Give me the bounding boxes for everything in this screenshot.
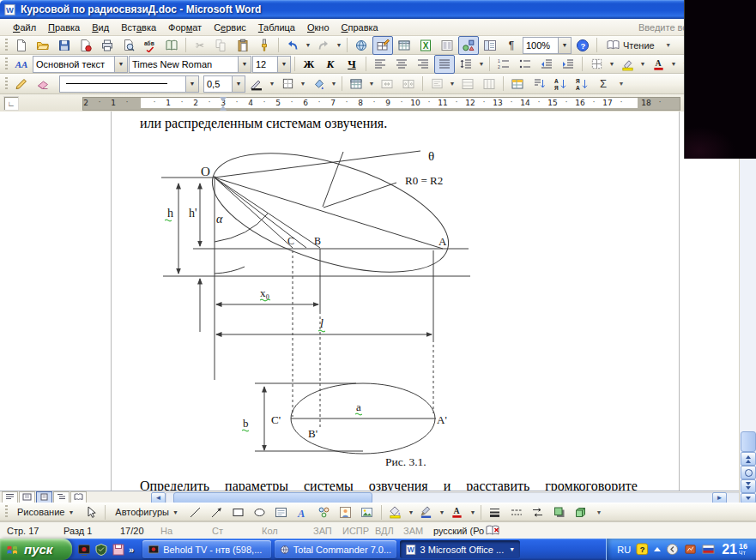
open-button[interactable] — [33, 36, 53, 55]
spelling-button[interactable]: абв — [140, 36, 160, 55]
line-spacing-button[interactable] — [456, 55, 476, 74]
ruler[interactable]: 2·1··1·2·3·4·5·6·7·8·9·10·11·12·13·14·15… — [82, 97, 680, 111]
cell-alignment-button[interactable] — [426, 75, 447, 93]
new-document-button[interactable] — [11, 36, 32, 55]
line-color-button[interactable] — [416, 503, 437, 521]
copy-button[interactable] — [211, 36, 232, 55]
insert-table-button[interactable] — [394, 36, 414, 55]
bold-button[interactable]: Ж — [299, 55, 319, 74]
borders-button[interactable] — [586, 55, 607, 74]
toolbar-options-button[interactable]: ▼ — [616, 75, 626, 93]
hide-tray-icons-chevron[interactable] — [654, 544, 661, 551]
reading-mode-button[interactable]: Чтение — [601, 37, 661, 53]
oval-tool-button[interactable] — [250, 503, 270, 521]
cut-button[interactable]: ✂ — [190, 36, 210, 55]
toolbar-options-button[interactable]: ▼ — [594, 503, 604, 521]
distribute-rows-button[interactable] — [457, 75, 478, 93]
status-overtype-mode[interactable]: ЗАМ — [403, 526, 423, 536]
tab-selector[interactable]: ∟ — [3, 96, 19, 111]
align-center-button[interactable] — [391, 55, 412, 74]
line-spacing-dropdown[interactable]: ▼ — [477, 56, 486, 73]
font-color-button[interactable]: А — [648, 55, 668, 74]
line-tool-button[interactable] — [185, 503, 206, 521]
menu-item-0[interactable]: Файл — [7, 20, 42, 35]
align-left-button[interactable] — [370, 55, 390, 74]
format-painter-button[interactable] — [254, 36, 275, 55]
size-dropdown-arrow[interactable]: ▼ — [277, 57, 290, 72]
document-map-button[interactable] — [480, 36, 500, 55]
drawing-toggle[interactable] — [458, 36, 479, 55]
menu-item-6[interactable]: Таблица — [252, 20, 301, 35]
sort-descending-button[interactable]: ЯА — [572, 75, 592, 93]
rectangle-tool-button[interactable] — [228, 503, 249, 521]
previous-page-button[interactable] — [741, 452, 756, 466]
style-dropdown-arrow[interactable]: ▼ — [114, 57, 127, 72]
justify-button[interactable] — [434, 55, 455, 74]
horizontal-scrollbar[interactable]: ◄ ► — [88, 491, 739, 503]
cell-alignment-dropdown[interactable]: ▼ — [448, 75, 457, 93]
quick-launch-shield-icon[interactable] — [94, 543, 108, 557]
web-layout-view-button[interactable] — [19, 491, 35, 503]
insert-picture-button[interactable] — [357, 503, 378, 521]
increase-indent-button[interactable] — [558, 55, 578, 74]
help-button[interactable]: ? — [572, 36, 593, 55]
menu-item-5[interactable]: Сервис — [208, 20, 252, 35]
toolbar-grip[interactable] — [5, 57, 8, 71]
styles-pane-button[interactable]: АА — [11, 55, 32, 74]
save-button[interactable] — [54, 36, 75, 55]
toolbar-grip[interactable] — [5, 505, 8, 519]
normal-view-button[interactable] — [2, 491, 18, 503]
highlight-dropdown[interactable]: ▼ — [638, 56, 647, 73]
decrease-indent-button[interactable] — [536, 55, 557, 74]
fill-color-button[interactable] — [385, 503, 406, 521]
eraser-button[interactable] — [33, 75, 53, 93]
quick-launch-media-icon[interactable] — [112, 543, 125, 557]
draw-table-button[interactable] — [11, 75, 32, 93]
tray-switcher-icon[interactable] — [666, 543, 679, 556]
insert-excel-button[interactable]: X — [415, 36, 436, 55]
paste-button[interactable] — [233, 36, 253, 55]
tray-flag-icon[interactable] — [702, 543, 715, 556]
font-dropdown-arrow[interactable]: ▼ — [238, 57, 251, 72]
line-style-button[interactable] — [485, 503, 505, 521]
menu-item-7[interactable]: Окно — [301, 20, 336, 35]
redo-button[interactable] — [313, 36, 334, 55]
drawing-font-color-button[interactable]: А — [447, 503, 468, 521]
text-direction-button[interactable] — [529, 75, 549, 93]
font-color-dropdown[interactable]: ▼ — [669, 56, 678, 73]
undo-dropdown[interactable]: ▼ — [304, 37, 312, 54]
merge-cells-button[interactable] — [377, 75, 397, 93]
toolbar-grip[interactable] — [5, 39, 8, 52]
border-color-button[interactable] — [246, 75, 267, 93]
border-color-dropdown[interactable]: ▼ — [268, 75, 276, 93]
align-right-button[interactable] — [413, 55, 433, 74]
print-button[interactable] — [97, 36, 118, 55]
font-combo[interactable]: Times New Roman▼ — [129, 56, 251, 73]
numbered-list-button[interactable]: 12 — [493, 55, 514, 74]
menu-item-4[interactable]: Формат — [162, 20, 208, 35]
draw-menu-button[interactable]: Рисование▼ — [11, 504, 80, 520]
tv-overlay-window[interactable] — [684, 0, 756, 159]
line-weight-dropdown-arrow[interactable]: ▼ — [232, 76, 245, 92]
diagram-button[interactable] — [314, 503, 335, 521]
threed-style-button[interactable] — [571, 503, 591, 521]
tray-app-icon[interactable] — [684, 543, 697, 556]
task-button-total-commander[interactable]: Total Commander 7.0... — [275, 540, 396, 558]
quick-launch-tv-icon[interactable] — [77, 543, 91, 557]
autoshapes-menu-button[interactable]: Автофигуры▼ — [109, 504, 184, 520]
tray-help-icon[interactable]: ? — [636, 543, 649, 556]
split-cells-button[interactable] — [398, 75, 419, 93]
research-button[interactable] — [161, 36, 182, 55]
line-style-combo[interactable]: ▼ — [59, 75, 199, 93]
italic-button[interactable]: К — [320, 55, 341, 74]
task-button-word-group[interactable]: W 3 Microsoft Office ... ▼ — [400, 540, 520, 558]
zoom-dropdown-arrow[interactable]: ▼ — [558, 38, 571, 53]
task-group-dropdown[interactable]: ▼ — [509, 546, 515, 552]
text-box-button[interactable] — [271, 503, 292, 521]
autosum-button[interactable]: Σ — [593, 75, 614, 93]
zoom-combo[interactable]: 100%▼ — [523, 37, 572, 54]
status-extend-mode[interactable]: ВДЛ — [375, 526, 394, 536]
drawing-font-color-dropdown[interactable]: ▼ — [469, 503, 477, 521]
outside-border-dropdown[interactable]: ▼ — [299, 75, 307, 93]
insert-table-dropdown[interactable]: ▼ — [367, 75, 376, 93]
